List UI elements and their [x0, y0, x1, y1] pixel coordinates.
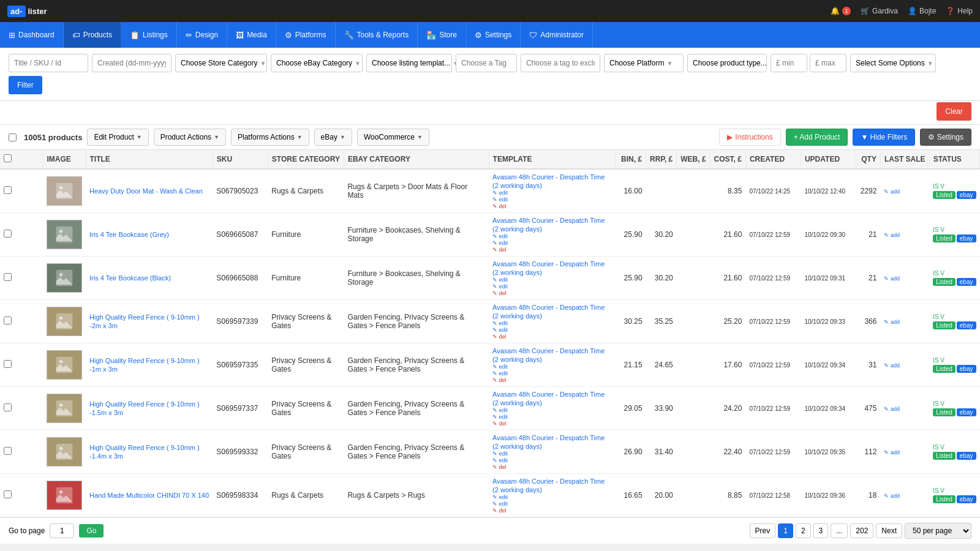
col-header-bin[interactable]: BIN, £ [616, 150, 646, 169]
platform-arrow: ▼ [666, 60, 673, 67]
product-type-select[interactable]: Choose product type... ▼ [687, 54, 767, 72]
row-checkbox-4[interactable] [0, 343, 43, 387]
prev-page-button[interactable]: Prev [750, 523, 776, 538]
row-cost-2: 21.60 [710, 257, 745, 300]
row-ebay-cat-4: Garden Fencing, Privacy Screens & Gates … [344, 343, 489, 387]
page-3-button[interactable]: 3 [813, 523, 829, 538]
nav-dashboard[interactable]: ⊞ Dashboard [0, 22, 64, 48]
row-ebay-cat-7: Rugs & Carpets > Rugs [344, 474, 489, 517]
row-template-2[interactable]: Avasam 48h Courier - Despatch Time (2 wo… [489, 257, 616, 300]
woocommerce-button[interactable]: WooCommerce ▼ [357, 129, 429, 146]
tag-input[interactable] [456, 54, 517, 72]
created-date-input[interactable] [92, 54, 172, 72]
col-header-updated[interactable]: UPDATED [801, 150, 856, 169]
nav-store[interactable]: 🏪 Store [418, 22, 466, 48]
nav-media[interactable]: 🖼 Media [227, 22, 276, 48]
row-title-5[interactable]: High Quality Reed Fence ( 9-10mm ) -1.5m… [86, 387, 213, 430]
row-cost-1: 21.60 [710, 213, 745, 257]
col-header-template[interactable]: TEMPLATE [489, 150, 616, 169]
nav-design[interactable]: ✏ Design [177, 22, 227, 48]
exclude-tag-input[interactable] [521, 54, 600, 72]
row-title-7[interactable]: Hand Made Multicolor CHINDI 70 X 140 [86, 474, 213, 517]
title-sku-input[interactable] [9, 54, 88, 72]
nav-tools[interactable]: 🔧 Tools & Reports [336, 22, 418, 48]
col-header-cost[interactable]: COST, £ [710, 150, 745, 169]
row-updated-0: 10/10/22 12:40 [801, 169, 856, 213]
instructions-button[interactable]: ▶ Instructions [719, 129, 780, 146]
col-header-qty[interactable]: QTY [856, 150, 880, 169]
svg-point-7 [59, 317, 62, 320]
row-template-5[interactable]: Avasam 48h Courier - Despatch Time (2 wo… [489, 387, 616, 430]
page-last-button[interactable]: 202 [850, 523, 873, 538]
row-template-4[interactable]: Avasam 48h Courier - Despatch Time (2 wo… [489, 343, 616, 387]
table-row: Hand Made Multicolor CHINDI 70 X 140 S06… [0, 474, 980, 517]
nav-settings[interactable]: ⚙ Settings [466, 22, 521, 48]
cart-menu[interactable]: 🛒 Gardiva [861, 7, 898, 15]
header-checkbox[interactable] [4, 154, 12, 162]
row-template-1[interactable]: Avasam 48h Courier - Despatch Time (2 wo… [489, 213, 616, 257]
col-header-last-sale[interactable]: LAST SALE [880, 150, 929, 169]
row-ebay-cat-5: Garden Fencing, Privacy Screens & Gates … [344, 387, 489, 430]
ebay-category-select[interactable]: Choose eBay Category ▼ [271, 54, 363, 72]
user-menu[interactable]: 👤 Bojte [908, 7, 936, 15]
row-qty-3: 366 [856, 300, 880, 343]
col-header-web[interactable]: WEB, £ [677, 150, 710, 169]
row-template-0[interactable]: Avasam 48h Courier - Despatch Time (2 wo… [489, 169, 616, 213]
settings-button[interactable]: ⚙ Settings [920, 129, 971, 146]
row-template-7[interactable]: Avasam 48h Courier - Despatch Time (2 wo… [489, 474, 616, 517]
row-title-3[interactable]: High Quality Reed Fence ( 9-10mm ) -2m x… [86, 300, 213, 343]
page-1-button[interactable]: 1 [778, 523, 793, 538]
add-product-button[interactable]: + Add Product [786, 129, 848, 146]
row-title-1[interactable]: Iris 4 Teir Bookcase (Grey) [86, 213, 213, 257]
options-select[interactable]: Select Some Options ▼ [850, 54, 936, 72]
row-checkbox-6[interactable] [0, 430, 43, 474]
platforms-actions-button[interactable]: Platforms Actions ▼ [231, 129, 309, 146]
row-checkbox-7[interactable] [0, 474, 43, 517]
clear-button[interactable]: Clear [937, 102, 971, 121]
col-header-sku[interactable]: SKU [213, 150, 268, 169]
row-checkbox-2[interactable] [0, 257, 43, 300]
col-header-rrp[interactable]: RRP, £ [646, 150, 677, 169]
row-template-3[interactable]: Avasam 48h Courier - Despatch Time (2 wo… [489, 300, 616, 343]
row-checkbox-0[interactable] [0, 169, 43, 213]
row-checkbox-3[interactable] [0, 300, 43, 343]
ebay-button[interactable]: eBay ▼ [314, 129, 352, 146]
row-template-6[interactable]: Avasam 48h Courier - Despatch Time (2 wo… [489, 430, 616, 474]
row-updated-1: 10/10/22 09:30 [801, 213, 856, 257]
row-checkbox-5[interactable] [0, 387, 43, 430]
listing-template-select[interactable]: Choose listing templat... ▼ [366, 54, 452, 72]
row-title-0[interactable]: Heavy Duty Door Mat - Wash & Clean [86, 169, 213, 213]
col-header-image: IMAGE [43, 150, 86, 169]
platform-select[interactable]: Choose Platform ▼ [604, 54, 684, 72]
page-number-input[interactable] [50, 523, 74, 538]
col-header-created[interactable]: CREATED [745, 150, 801, 169]
price-max-input[interactable] [810, 54, 846, 72]
col-header-ebay-cat[interactable]: EBAY CATEGORY [344, 150, 489, 169]
filter-button[interactable]: Filter [9, 76, 42, 94]
nav-administrator[interactable]: 🛡 Administrator [521, 22, 593, 48]
go-button[interactable]: Go [79, 524, 104, 538]
row-checkbox-1[interactable] [0, 213, 43, 257]
edit-product-button[interactable]: Edit Product ▼ [87, 129, 148, 146]
row-rrp-7: 20.00 [646, 474, 677, 517]
col-header-status[interactable]: STATUS [929, 150, 979, 169]
next-page-button[interactable]: Next [876, 523, 902, 538]
per-page-select[interactable]: 50 per page 25 per page 100 per page [905, 523, 971, 539]
store-category-select[interactable]: Choose Store Category ▼ [175, 54, 267, 72]
select-all-checkbox[interactable] [9, 133, 17, 141]
price-min-input[interactable] [771, 54, 807, 72]
product-actions-button[interactable]: Product Actions ▼ [154, 129, 226, 146]
col-header-title[interactable]: TITLE [86, 150, 213, 169]
row-title-6[interactable]: High Quality Reed Fence ( 9-10mm ) -1.4m… [86, 430, 213, 474]
nav-listings[interactable]: 📋 Listings [121, 22, 177, 48]
help-menu[interactable]: ❓ Help [946, 7, 973, 15]
nav-platforms[interactable]: ⚙ Platforms [276, 22, 336, 48]
product-count: 10051 products [24, 133, 82, 142]
col-header-store-cat[interactable]: STORE CATEGORY [268, 150, 344, 169]
notification-bell[interactable]: 🔔 1 [831, 7, 851, 15]
row-title-2[interactable]: Iris 4 Teir Bookcase (Black) [86, 257, 213, 300]
row-title-4[interactable]: High Quality Reed Fence ( 9-10mm ) -1m x… [86, 343, 213, 387]
page-2-button[interactable]: 2 [796, 523, 811, 538]
nav-products[interactable]: 🏷 Products [64, 22, 121, 48]
hide-filters-button[interactable]: ▼ Hide Filters [853, 129, 915, 146]
